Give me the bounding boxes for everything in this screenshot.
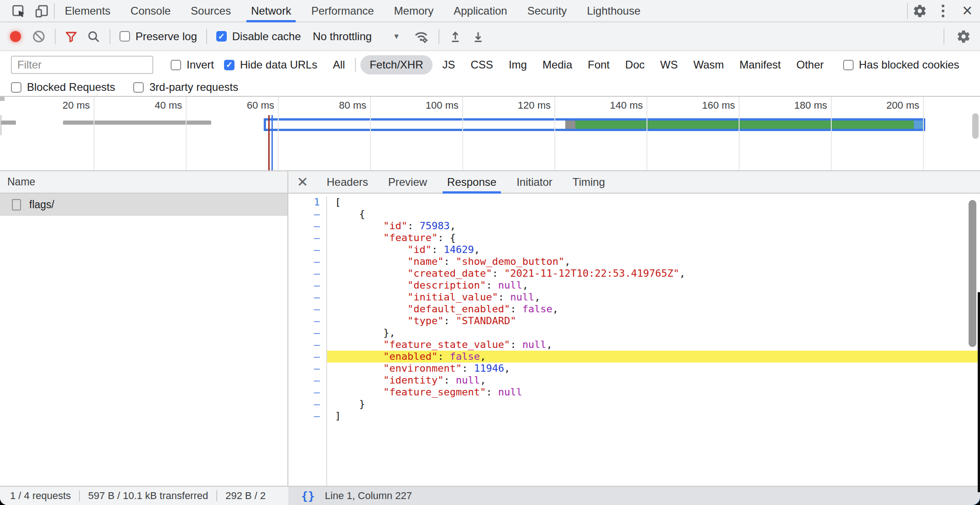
code-line: ] <box>327 410 980 422</box>
tab-security[interactable]: Security <box>517 0 577 21</box>
tab-performance[interactable]: Performance <box>301 0 384 21</box>
chip-js[interactable]: JS <box>437 55 461 74</box>
throttling-select[interactable]: No throttling <box>313 30 371 43</box>
request-bar-gray-1 <box>1 121 16 125</box>
network-options-row: Blocked Requests 3rd-party requests <box>0 79 980 97</box>
detail-tab-headers[interactable]: Headers <box>317 171 378 193</box>
clear-network-log-icon[interactable] <box>32 30 46 43</box>
devtools-main-tabbar: ElementsConsoleSourcesNetworkPerformance… <box>0 0 980 22</box>
preserve-log-toggle[interactable]: Preserve log <box>120 30 197 43</box>
hide-data-urls-toggle[interactable]: ✓ Hide data URLs <box>224 58 317 71</box>
detail-tab-timing[interactable]: Timing <box>563 171 615 193</box>
code-line: "default_enabled": false, <box>327 303 980 315</box>
request-name: flags/ <box>29 199 54 211</box>
timeline-tick-label: 60 ms <box>201 100 274 111</box>
load-event-marker <box>271 115 273 170</box>
has-blocked-cookies-toggle[interactable]: Has blocked cookies <box>843 58 959 71</box>
overview-scrollbar-thumb[interactable] <box>972 113 979 139</box>
filter-input[interactable] <box>11 56 153 74</box>
preserve-log-checkbox[interactable] <box>120 31 130 42</box>
name-column-header[interactable]: Name <box>7 176 35 188</box>
code-line: "environment": 11946, <box>327 363 980 374</box>
hide-data-urls-checkbox[interactable]: ✓ <box>224 60 235 70</box>
close-devtools-icon[interactable]: × <box>954 0 980 21</box>
blocked-requests-checkbox[interactable] <box>11 82 21 93</box>
chip-other[interactable]: Other <box>791 55 829 74</box>
chip-img[interactable]: Img <box>503 55 532 74</box>
response-viewer[interactable]: 1–––––––––––––––––– [ { "id": 75983, "fe… <box>288 194 980 486</box>
status-bar: 1 / 4 requests 597 B / 10.1 kB transferr… <box>0 486 980 505</box>
code-line: } <box>327 398 980 410</box>
cursor-position: Line 1, Column 227 <box>325 490 412 502</box>
hide-data-urls-label: Hide data URLs <box>240 58 317 71</box>
chip-media[interactable]: Media <box>537 55 578 74</box>
invert-label: Invert <box>187 58 214 71</box>
chip-fetch-xhr[interactable]: Fetch/XHR <box>360 55 432 74</box>
chip-all[interactable]: All <box>327 55 350 74</box>
has-blocked-cookies-checkbox[interactable] <box>843 60 854 70</box>
network-toolbar: Preserve log ✓ Disable cache No throttli… <box>0 22 980 51</box>
close-detail-icon[interactable]: ✕ <box>288 171 317 193</box>
chip-ws[interactable]: WS <box>655 55 683 74</box>
code-line: "initial_value": null, <box>327 291 980 303</box>
chevron-down-icon[interactable]: ▼ <box>393 32 400 41</box>
network-main-split: Name flags/ ✕ HeadersPreviewResponseInit… <box>0 171 980 486</box>
chip-doc[interactable]: Doc <box>620 55 650 74</box>
tab-network[interactable]: Network <box>241 0 301 21</box>
device-toolbar-icon[interactable] <box>30 0 54 21</box>
disable-cache-checkbox[interactable]: ✓ <box>216 31 227 42</box>
timeline-tick-label: 20 ms <box>17 100 90 111</box>
detail-tab-initiator[interactable]: Initiator <box>506 171 563 193</box>
settings-gear-icon[interactable] <box>908 0 932 21</box>
code-line: "feature_state_value": null, <box>327 339 980 351</box>
timeline-gridline <box>370 97 371 170</box>
resource-type-chips: AllFetch/XHRJSCSSImgMediaFontDocWSWasmMa… <box>327 55 829 74</box>
tab-memory[interactable]: Memory <box>384 0 444 21</box>
line-number: – <box>288 315 320 327</box>
overview-handle[interactable] <box>0 97 5 101</box>
detail-tab-preview[interactable]: Preview <box>378 171 437 193</box>
line-number: – <box>288 303 320 315</box>
request-bar-selected <box>264 118 925 131</box>
pretty-print-icon[interactable]: {} <box>301 489 315 503</box>
request-row-flags-[interactable]: flags/ <box>0 194 287 216</box>
response-scrollbar-thumb[interactable] <box>969 200 976 347</box>
response-code[interactable]: [ { "id": 75983, "feature": { "id": 1462… <box>327 196 980 486</box>
invert-toggle[interactable]: Invert <box>171 58 214 71</box>
line-number: – <box>288 208 320 220</box>
code-line: "name": "show_demo_button", <box>327 256 980 268</box>
disable-cache-toggle[interactable]: ✓ Disable cache <box>216 30 301 43</box>
detail-tab-response[interactable]: Response <box>437 171 506 193</box>
chip-font[interactable]: Font <box>582 55 615 74</box>
line-number: – <box>288 386 320 398</box>
network-settings-gear-icon[interactable] <box>956 29 971 44</box>
search-icon[interactable] <box>87 30 100 43</box>
inspect-element-icon[interactable] <box>6 0 30 21</box>
blocked-requests-label: Blocked Requests <box>27 81 115 94</box>
code-line: "type": "STANDARD" <box>327 315 980 327</box>
blocked-requests-toggle[interactable]: Blocked Requests <box>11 81 115 94</box>
devtools-window: ElementsConsoleSourcesNetworkPerformance… <box>0 0 980 505</box>
timeline-gridline <box>739 97 740 170</box>
request-table-header[interactable]: Name <box>0 171 287 194</box>
export-har-icon[interactable] <box>471 30 485 43</box>
network-overview-timeline[interactable]: 20 ms40 ms60 ms80 ms100 ms120 ms140 ms16… <box>0 97 980 171</box>
tab-application[interactable]: Application <box>443 0 517 21</box>
third-party-requests-toggle[interactable]: 3rd-party requests <box>133 81 238 94</box>
requests-count: 1 / 4 requests <box>10 490 71 502</box>
record-network-log-icon[interactable] <box>10 31 21 42</box>
more-options-icon[interactable] <box>932 0 954 21</box>
tab-elements[interactable]: Elements <box>55 0 120 21</box>
chip-manifest[interactable]: Manifest <box>734 55 787 74</box>
tab-sources[interactable]: Sources <box>181 0 241 21</box>
line-number: – <box>288 410 320 422</box>
tab-lighthouse[interactable]: Lighthouse <box>577 0 650 21</box>
network-conditions-icon[interactable] <box>413 29 429 44</box>
tab-console[interactable]: Console <box>120 0 181 21</box>
chip-css[interactable]: CSS <box>465 55 499 74</box>
invert-checkbox[interactable] <box>171 60 181 70</box>
filter-icon[interactable] <box>65 30 78 43</box>
import-har-icon[interactable] <box>448 30 462 43</box>
chip-wasm[interactable]: Wasm <box>688 55 730 74</box>
third-party-requests-checkbox[interactable] <box>133 82 144 93</box>
